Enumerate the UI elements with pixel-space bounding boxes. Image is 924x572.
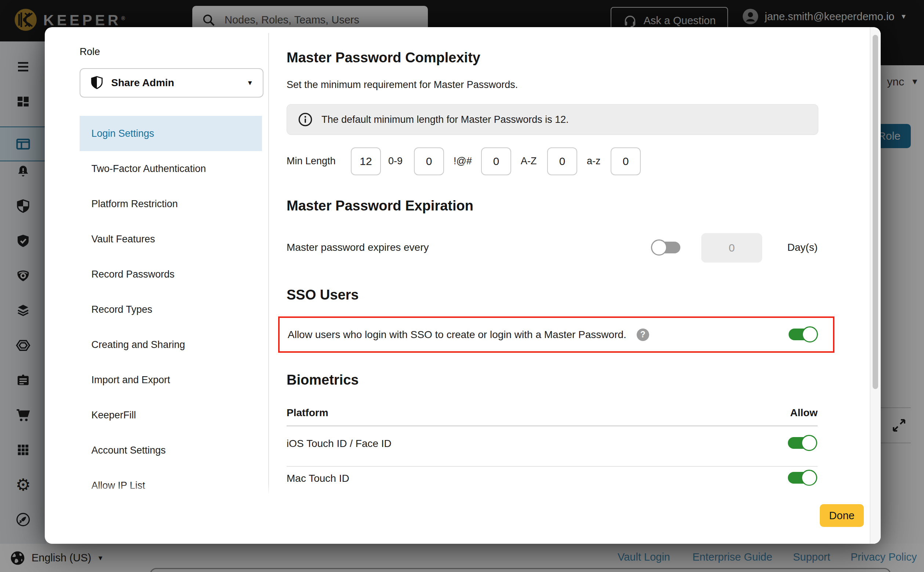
min-length-input[interactable] <box>351 148 381 175</box>
nav-item-account-settings[interactable]: Account Settings <box>79 433 262 468</box>
nav-item-record-types[interactable]: Record Types <box>79 292 262 327</box>
role-dropdown-value: Share Admin <box>111 77 174 89</box>
min-length-label: Min Length <box>287 155 336 167</box>
nav-item-vault-features[interactable]: Vault Features <box>79 221 262 256</box>
dialog-scrollbar-track[interactable] <box>870 27 881 544</box>
role-dropdown-caret-icon: ▼ <box>246 79 253 86</box>
biometrics-title: Biometrics <box>287 372 358 388</box>
expiration-days-input[interactable] <box>701 233 762 263</box>
sso-highlighted-row: Allow users who login with SSO to create… <box>278 316 834 353</box>
symbols-input[interactable] <box>481 148 511 175</box>
info-banner-text: The default minimum length for Master Pa… <box>321 114 569 125</box>
platform-column-header: Platform <box>287 407 329 419</box>
ios-touch-id-label: iOS Touch ID / Face ID <box>287 438 391 449</box>
info-banner: The default minimum length for Master Pa… <box>287 104 818 135</box>
nav-item-keeperfill[interactable]: KeeperFill <box>79 398 262 433</box>
expiration-row-label: Master password expires every <box>287 242 428 253</box>
sso-row-label: Allow users who login with SSO to create… <box>288 329 626 340</box>
symbols-label: !@# <box>453 155 472 167</box>
role-field-label: Role <box>79 46 100 58</box>
nav-item-import-and-export[interactable]: Import and Export <box>79 362 262 398</box>
sso-toggle[interactable] <box>788 326 818 342</box>
lowercase-input[interactable] <box>611 148 641 175</box>
dialog-nav: Login Settings Two-Factor Authentication… <box>45 114 267 520</box>
nav-item-creating-and-sharing[interactable]: Creating and Sharing <box>79 327 262 362</box>
table-header-divider <box>287 425 818 426</box>
table-row-divider <box>287 466 818 467</box>
role-settings-dialog: Role Share Admin ▼ Login Settings Two-Fa… <box>45 27 881 544</box>
mac-touch-id-label: Mac Touch ID <box>287 473 349 484</box>
role-shield-icon <box>90 76 103 90</box>
digits-input[interactable] <box>414 148 444 175</box>
expiration-title: Master Password Expiration <box>287 198 474 214</box>
complexity-subtitle: Set the minimum requirement for Master P… <box>287 79 518 90</box>
digits-label: 0-9 <box>388 155 402 167</box>
complexity-title: Master Password Complexity <box>287 50 480 65</box>
screen: KEEPER® Ask a Question jane.sm <box>0 0 924 572</box>
uppercase-input[interactable] <box>547 148 577 175</box>
expiration-unit-label: Day(s) <box>787 242 818 253</box>
help-icon[interactable]: ? <box>637 328 649 341</box>
expiration-toggle[interactable] <box>651 239 680 256</box>
panel-divider <box>268 33 269 493</box>
dialog-scrollbar-thumb[interactable] <box>873 35 878 389</box>
nav-item-record-passwords[interactable]: Record Passwords <box>79 256 262 292</box>
nav-item-two-factor-authentication[interactable]: Two-Factor Authentication <box>79 151 262 186</box>
allow-column-header: Allow <box>790 407 818 419</box>
role-dropdown[interactable]: Share Admin ▼ <box>79 68 263 98</box>
done-button[interactable]: Done <box>820 504 864 527</box>
lowercase-label: a-z <box>587 155 601 167</box>
ios-touch-id-toggle[interactable] <box>788 435 817 451</box>
content-fade <box>45 483 870 502</box>
nav-item-platform-restriction[interactable]: Platform Restriction <box>79 186 262 221</box>
info-icon <box>298 112 313 127</box>
uppercase-label: A-Z <box>521 155 537 167</box>
nav-item-login-settings[interactable]: Login Settings <box>79 116 262 151</box>
sso-title: SSO Users <box>287 287 358 303</box>
